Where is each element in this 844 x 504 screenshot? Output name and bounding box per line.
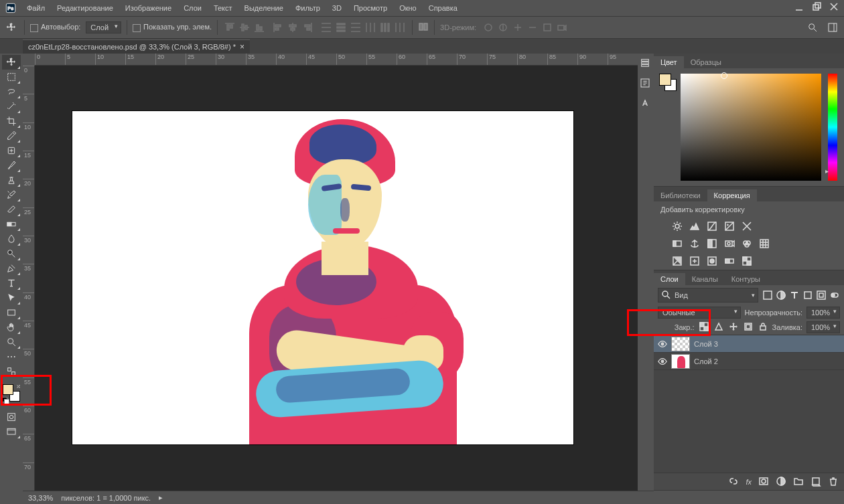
close-button[interactable] bbox=[829, 2, 840, 13]
distribute-hcenter-icon[interactable] bbox=[378, 21, 392, 34]
layer-name[interactable]: Слой 2 bbox=[694, 357, 718, 365]
fill-input[interactable]: 100% bbox=[806, 321, 840, 333]
layer-filter-dropdown[interactable]: Вид ▾ bbox=[658, 288, 758, 303]
foreground-color[interactable] bbox=[3, 384, 13, 395]
menu-select[interactable]: Выделение bbox=[239, 2, 289, 14]
tab-swatches[interactable]: Образцы bbox=[684, 56, 728, 68]
layer-row[interactable]: Слой 2 bbox=[654, 353, 844, 370]
menu-window[interactable]: Окно bbox=[394, 2, 422, 14]
dodge-tool[interactable] bbox=[2, 246, 21, 261]
status-info[interactable]: пикселов: 1 = 1,0000 пикс. bbox=[61, 494, 151, 502]
autoselect-target-dropdown[interactable]: Слой bbox=[86, 21, 121, 33]
maximize-button[interactable] bbox=[812, 2, 823, 13]
filter-adjustment-icon[interactable] bbox=[776, 290, 786, 301]
visibility-toggle[interactable] bbox=[658, 356, 667, 367]
lock-all-icon[interactable] bbox=[758, 321, 768, 333]
layer-mask-icon[interactable] bbox=[758, 476, 769, 488]
zoom-level[interactable]: 33,33% bbox=[28, 494, 53, 502]
distribute-left-icon[interactable] bbox=[364, 21, 377, 34]
lock-artboard-icon[interactable] bbox=[743, 321, 754, 333]
character-panel-icon[interactable] bbox=[640, 98, 652, 110]
menu-image[interactable]: Изображение bbox=[120, 2, 177, 14]
tab-channels[interactable]: Каналы bbox=[685, 273, 725, 285]
ruler-vertical[interactable]: 0510152025303540455055606570 bbox=[23, 66, 35, 491]
distribute-top-icon[interactable] bbox=[320, 21, 333, 34]
search-icon[interactable] bbox=[805, 20, 820, 35]
properties-panel-icon[interactable] bbox=[640, 78, 652, 90]
gradient-map-icon[interactable] bbox=[723, 255, 735, 267]
default-colors-icon[interactable] bbox=[2, 397, 7, 402]
tab-layers[interactable]: Слои bbox=[654, 273, 685, 285]
distribute-vcenter-icon[interactable] bbox=[334, 21, 348, 34]
pen-tool[interactable] bbox=[2, 261, 21, 276]
tab-libraries[interactable]: Библиотеки bbox=[654, 189, 707, 201]
workspace-icon[interactable] bbox=[825, 20, 840, 35]
history-brush-tool[interactable] bbox=[2, 187, 21, 202]
posterize-icon[interactable] bbox=[689, 255, 701, 267]
tab-adjustments[interactable]: Коррекция bbox=[707, 189, 757, 201]
hand-tool[interactable] bbox=[2, 320, 21, 335]
eraser-tool[interactable] bbox=[2, 202, 21, 217]
align-right-icon[interactable] bbox=[301, 21, 314, 34]
marquee-tool[interactable] bbox=[2, 70, 21, 84]
visibility-toggle[interactable] bbox=[658, 339, 667, 349]
blend-mode-dropdown[interactable]: Обычные bbox=[658, 307, 741, 319]
invert-icon[interactable] bbox=[671, 255, 683, 267]
adjustment-layer-icon[interactable] bbox=[776, 476, 786, 488]
history-panel-icon[interactable] bbox=[640, 58, 652, 70]
minimize-button[interactable] bbox=[794, 2, 805, 13]
color-swatches[interactable]: ⤭ bbox=[3, 384, 20, 402]
status-chevron-icon[interactable]: ▸ bbox=[159, 493, 163, 502]
exposure-icon[interactable] bbox=[723, 220, 735, 232]
color-balance-icon[interactable] bbox=[689, 238, 701, 250]
align-hcenter-icon[interactable] bbox=[286, 21, 299, 34]
layer-row[interactable]: Слой 3 bbox=[654, 335, 844, 353]
align-bottom-icon[interactable] bbox=[253, 21, 266, 34]
curves-icon[interactable] bbox=[706, 220, 718, 232]
lock-position-icon[interactable] bbox=[728, 321, 739, 333]
blur-tool[interactable] bbox=[2, 232, 21, 246]
brightness-icon[interactable] bbox=[671, 220, 683, 232]
color-panel-swatches[interactable] bbox=[659, 74, 677, 91]
selective-color-icon[interactable] bbox=[741, 255, 753, 267]
color-picker-field[interactable] bbox=[681, 74, 821, 181]
filter-shape-icon[interactable] bbox=[802, 290, 813, 301]
tab-color[interactable]: Цвет bbox=[654, 56, 684, 68]
eyedropper-tool[interactable] bbox=[2, 129, 21, 143]
crop-tool[interactable] bbox=[2, 114, 21, 129]
menu-layer[interactable]: Слои bbox=[178, 2, 207, 14]
new-layer-icon[interactable] bbox=[811, 476, 821, 488]
color-lookup-icon[interactable] bbox=[758, 238, 770, 250]
healing-brush-tool[interactable] bbox=[2, 143, 21, 158]
magic-wand-tool[interactable] bbox=[2, 99, 21, 114]
autoselect-checkbox[interactable]: Автовыбор: bbox=[30, 23, 80, 31]
path-selection-tool[interactable] bbox=[2, 290, 21, 305]
align-vcenter-icon[interactable] bbox=[238, 21, 251, 34]
extra-tools[interactable]: ⋯ bbox=[2, 349, 21, 364]
show-controls-checkbox[interactable]: Показать упр. элем. bbox=[133, 23, 212, 31]
layer-style-icon[interactable]: fx bbox=[746, 478, 752, 486]
auto-align-icon[interactable] bbox=[418, 21, 429, 33]
hue-slider[interactable]: ▸ bbox=[828, 74, 837, 181]
align-top-icon[interactable] bbox=[223, 21, 236, 34]
channel-mixer-icon[interactable] bbox=[741, 238, 753, 250]
lock-transparency-icon[interactable] bbox=[699, 321, 709, 333]
quick-mask-tool[interactable] bbox=[2, 410, 21, 424]
ruler-horizontal[interactable]: 05101520253035404550556065707580859095 bbox=[35, 54, 638, 66]
bw-icon[interactable] bbox=[706, 238, 718, 250]
clone-stamp-tool[interactable] bbox=[2, 173, 21, 187]
group-icon[interactable] bbox=[793, 476, 804, 488]
menu-text[interactable]: Текст bbox=[208, 2, 238, 14]
brush-tool[interactable] bbox=[2, 158, 21, 173]
layer-thumbnail[interactable] bbox=[671, 337, 690, 351]
vibrance-icon[interactable] bbox=[741, 220, 753, 232]
threshold-icon[interactable] bbox=[706, 255, 718, 267]
move-tool[interactable] bbox=[2, 55, 21, 70]
hue-icon[interactable] bbox=[671, 238, 683, 250]
link-layers-icon[interactable] bbox=[728, 476, 739, 488]
photo-filter-icon[interactable] bbox=[723, 238, 735, 250]
rectangle-tool[interactable] bbox=[2, 305, 21, 320]
artboard[interactable] bbox=[72, 111, 573, 444]
swap-colors-icon[interactable]: ⤭ bbox=[16, 384, 21, 390]
menu-edit[interactable]: Редактирование bbox=[52, 2, 119, 14]
